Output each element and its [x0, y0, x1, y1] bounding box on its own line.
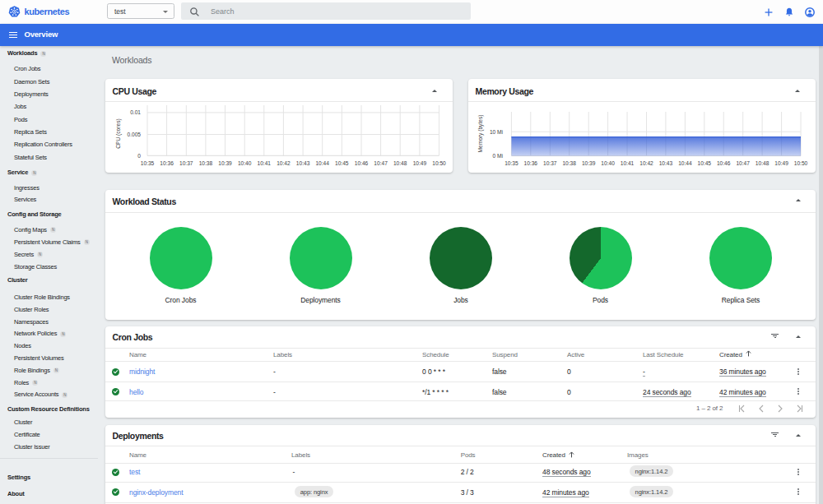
- svg-text:10:47: 10:47: [736, 160, 750, 166]
- svg-text:10:44: 10:44: [315, 160, 329, 166]
- svg-text:10:41: 10:41: [258, 160, 272, 166]
- svg-text:10:48: 10:48: [393, 160, 407, 166]
- svg-text:0.01: 0.01: [130, 109, 141, 115]
- svg-text:10:49: 10:49: [774, 160, 788, 166]
- svg-text:10:37: 10:37: [179, 160, 193, 166]
- svg-text:10:36: 10:36: [524, 160, 538, 166]
- svg-text:10:50: 10:50: [794, 160, 808, 166]
- svg-text:10:43: 10:43: [659, 160, 673, 166]
- svg-text:10:41: 10:41: [621, 160, 635, 166]
- svg-text:10:50: 10:50: [432, 160, 446, 166]
- svg-text:10:48: 10:48: [756, 160, 770, 166]
- svg-text:10:40: 10:40: [238, 160, 252, 166]
- svg-text:0 Mi: 0 Mi: [493, 153, 504, 159]
- svg-text:10:39: 10:39: [582, 160, 596, 166]
- svg-text:10:49: 10:49: [413, 160, 427, 166]
- svg-text:10:43: 10:43: [296, 160, 310, 166]
- svg-text:10:42: 10:42: [277, 160, 291, 166]
- svg-text:10:46: 10:46: [717, 160, 731, 166]
- svg-text:10:45: 10:45: [698, 160, 712, 166]
- svg-text:10:35: 10:35: [504, 160, 518, 166]
- svg-text:10:38: 10:38: [562, 160, 576, 166]
- svg-text:10:40: 10:40: [601, 160, 615, 166]
- svg-text:10:42: 10:42: [639, 160, 653, 166]
- svg-text:10:47: 10:47: [374, 160, 388, 166]
- svg-text:10:35: 10:35: [141, 160, 155, 166]
- svg-text:10:39: 10:39: [218, 160, 232, 166]
- svg-text:10:38: 10:38: [199, 160, 213, 166]
- svg-text:10:36: 10:36: [160, 160, 174, 166]
- svg-text:10:44: 10:44: [678, 160, 692, 166]
- svg-text:0: 0: [137, 153, 141, 159]
- svg-text:CPU (cores): CPU (cores): [115, 118, 122, 148]
- svg-text:10:37: 10:37: [543, 160, 557, 166]
- svg-text:10:46: 10:46: [355, 160, 369, 166]
- svg-text:10:45: 10:45: [335, 160, 349, 166]
- svg-text:10 Mi: 10 Mi: [490, 129, 504, 135]
- svg-text:Memory (bytes): Memory (bytes): [477, 115, 484, 153]
- svg-text:0.005: 0.005: [127, 132, 141, 137]
